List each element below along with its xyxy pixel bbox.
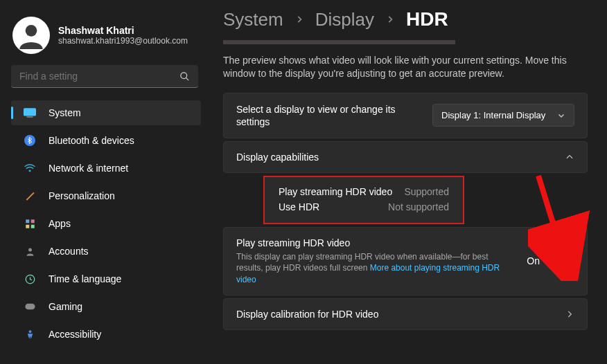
main-content: System Display HDR The preview shows wha… [208, 0, 607, 364]
capability-key: Use HDR [279, 201, 319, 212]
capability-row: Use HDR Not supported [279, 199, 449, 215]
display-calibration-card[interactable]: Display calibration for HDR video [223, 298, 588, 330]
calibration-title: Display calibration for HDR video [236, 309, 378, 320]
svg-rect-10 [30, 224, 34, 228]
sidebar-item-label: Accounts [49, 246, 89, 257]
wifi-icon [24, 162, 36, 174]
sidebar-item-accounts[interactable]: Accounts [11, 239, 201, 264]
profile-block[interactable]: Shashwat Khatri shashwat.khatri1993@outl… [8, 11, 201, 65]
sidebar-item-personalization[interactable]: Personalization [11, 183, 201, 208]
search-input[interactable] [19, 71, 179, 82]
profile-email: shashwat.khatri1993@outlook.com [58, 36, 188, 46]
stream-hdr-title: Play streaming HDR video [236, 237, 517, 248]
profile-name: Shashwat Khatri [58, 25, 188, 36]
clock-icon [24, 273, 36, 285]
chevron-right-icon [565, 309, 574, 319]
svg-rect-4 [27, 116, 33, 118]
sidebar-item-gaming[interactable]: Gaming [11, 294, 201, 319]
brush-icon [24, 190, 36, 202]
sidebar-item-label: Bluetooth & devices [49, 135, 134, 146]
sidebar-item-label: Apps [49, 218, 71, 229]
nav-list: System Bluetooth & devices Network & int… [11, 100, 201, 347]
sidebar: Shashwat Khatri shashwat.khatri1993@outl… [0, 0, 208, 364]
svg-point-6 [29, 170, 31, 172]
breadcrumb-system[interactable]: System [223, 9, 283, 30]
svg-point-0 [26, 25, 37, 37]
display-dropdown-value: Display 1: Internal Display [441, 110, 545, 120]
monitor-icon [24, 107, 36, 119]
stream-hdr-toggle[interactable] [547, 254, 574, 268]
accounts-icon [24, 245, 36, 257]
sidebar-item-system[interactable]: System [11, 100, 201, 125]
capability-value: Supported [404, 186, 449, 197]
sidebar-item-label: Time & language [49, 273, 121, 284]
sidebar-item-bluetooth[interactable]: Bluetooth & devices [11, 128, 201, 153]
capability-row: Play streaming HDR video Supported [279, 184, 449, 199]
sidebar-item-accessibility[interactable]: Accessibility [11, 322, 201, 347]
display-capabilities-expander[interactable]: Display capabilities [223, 141, 588, 173]
chevron-down-icon [557, 111, 565, 120]
capability-value: Not supported [388, 201, 449, 212]
display-dropdown[interactable]: Display 1: Internal Display [432, 104, 574, 127]
svg-rect-13 [25, 304, 35, 310]
accessibility-icon [24, 328, 36, 340]
toggle-state-label: On [527, 255, 540, 266]
breadcrumb: System Display HDR [223, 8, 588, 30]
capability-key: Play streaming HDR video [279, 186, 392, 197]
chevron-up-icon [565, 152, 574, 162]
sidebar-item-label: Personalization [49, 190, 115, 201]
svg-point-11 [28, 248, 32, 251]
person-icon [17, 21, 45, 49]
search-icon [179, 71, 190, 82]
sidebar-item-label: Gaming [49, 301, 82, 312]
bluetooth-icon [24, 134, 36, 147]
preview-strip [223, 40, 455, 44]
apps-icon [24, 217, 36, 230]
search-box[interactable] [11, 65, 198, 88]
sidebar-item-label: Network & internet [49, 163, 128, 174]
toggle-knob [563, 256, 572, 266]
chevron-right-icon [294, 15, 304, 24]
preview-note: The preview shows what video will look l… [223, 54, 583, 80]
breadcrumb-hdr: HDR [406, 8, 448, 30]
stream-hdr-desc: This display can play streaming HDR vide… [236, 251, 507, 285]
sidebar-item-label: Accessibility [49, 329, 101, 340]
capabilities-highlight: Play streaming HDR video Supported Use H… [263, 176, 464, 224]
svg-rect-8 [30, 219, 34, 223]
svg-rect-7 [26, 219, 29, 223]
svg-rect-3 [24, 108, 36, 116]
svg-point-14 [28, 330, 31, 333]
sidebar-item-network[interactable]: Network & internet [11, 156, 201, 181]
display-selector-card: Select a display to view or change its s… [223, 93, 588, 138]
svg-rect-9 [26, 224, 29, 228]
display-capabilities-title: Display capabilities [236, 152, 319, 163]
svg-line-2 [186, 78, 188, 80]
chevron-right-icon [385, 15, 395, 24]
display-selector-label: Select a display to view or change its s… [236, 103, 420, 128]
breadcrumb-display[interactable]: Display [315, 9, 374, 30]
sidebar-item-label: System [49, 107, 81, 118]
sidebar-item-time[interactable]: Time & language [11, 266, 201, 291]
gaming-icon [24, 300, 36, 313]
sidebar-item-apps[interactable]: Apps [11, 211, 201, 236]
play-streaming-hdr-card: Play streaming HDR video This display ca… [223, 227, 588, 295]
svg-point-1 [181, 72, 187, 78]
avatar [12, 17, 50, 54]
